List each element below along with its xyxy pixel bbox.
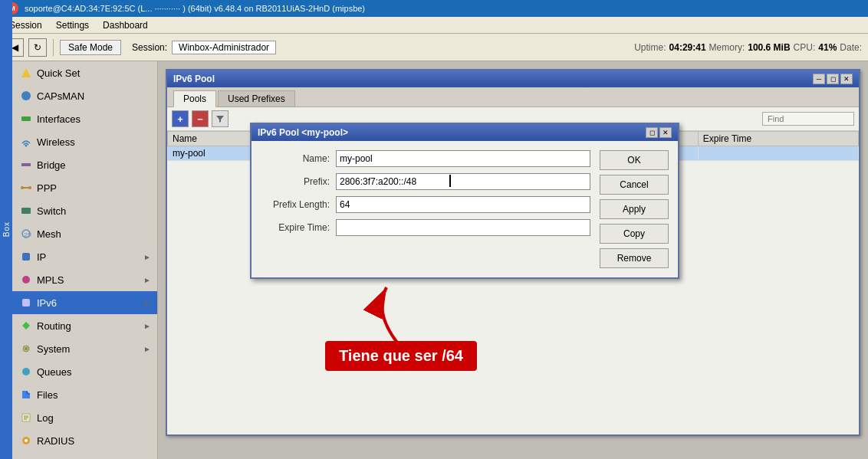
cpu-label: CPU:: [794, 42, 816, 53]
memory-label: Memory:: [709, 42, 745, 53]
sidebar-label-wireless: Wireless: [37, 136, 75, 148]
prefix-field-row: Prefix:: [261, 173, 590, 190]
title-bar-text: soporte@C4:AD:34:7E:92:5C (L... ········…: [25, 4, 365, 13]
name-label: Name:: [261, 153, 330, 164]
prefix-length-input[interactable]: [336, 196, 590, 213]
system-icon: [20, 343, 32, 355]
dialog-body: Name: Prefix: Prefix Length:: [252, 141, 678, 277]
expire-time-field-row: Expire Time:: [261, 219, 590, 236]
bridge-icon: [20, 159, 32, 171]
svg-rect-13: [22, 299, 30, 307]
sidebar-label-interfaces: Interfaces: [37, 113, 81, 125]
winbox-label: Box: [0, 0, 12, 459]
main-layout: Box Quick Set CAPsMAN Interfaces Wirele: [0, 61, 868, 459]
sidebar-item-routing[interactable]: Routing ►: [12, 314, 157, 337]
sidebar: Quick Set CAPsMAN Interfaces Wireless Br…: [12, 61, 158, 459]
cancel-button[interactable]: Cancel: [600, 175, 669, 195]
dialog-buttons: OK Cancel Apply Copy Remove: [600, 150, 669, 268]
menu-dashboard[interactable]: Dashboard: [97, 18, 154, 32]
find-input[interactable]: [762, 112, 854, 126]
toolbar-stats: Uptime: 04:29:41 Memory: 100.6 MiB CPU: …: [634, 42, 862, 53]
uptime-label: Uptime:: [634, 42, 666, 53]
mesh-icon: 255: [20, 228, 32, 240]
memory-value: 100.6 MiB: [748, 42, 790, 53]
expire-time-input[interactable]: [336, 219, 590, 236]
tab-used-prefixes[interactable]: Used Prefixes: [218, 90, 295, 107]
uptime-value: 04:29:41: [669, 42, 706, 53]
tab-pools[interactable]: Pools: [173, 90, 216, 107]
sidebar-label-quick-set: Quick Set: [37, 67, 80, 79]
sidebar-item-ppp[interactable]: PPP: [12, 176, 157, 199]
sidebar-item-wireless[interactable]: Wireless: [12, 130, 157, 153]
sidebar-item-log[interactable]: Log: [12, 406, 157, 429]
winbox-text: Box: [2, 221, 11, 237]
expire-time-label: Expire Time:: [261, 222, 330, 233]
sidebar-item-system[interactable]: System ►: [12, 337, 157, 360]
col-expire-time[interactable]: Expire Time: [698, 132, 858, 146]
close-button[interactable]: ✕: [840, 74, 853, 84]
remove-dialog-button[interactable]: Remove: [600, 248, 669, 268]
sidebar-label-radius: RADIUS: [37, 435, 74, 447]
add-button[interactable]: +: [172, 110, 189, 127]
copy-button[interactable]: Copy: [600, 224, 669, 244]
minimize-button[interactable]: ─: [813, 74, 825, 84]
sidebar-label-files: Files: [37, 389, 58, 401]
svg-point-15: [25, 347, 28, 350]
sidebar-item-switch[interactable]: Switch: [12, 199, 157, 222]
ppp-icon: [20, 182, 32, 194]
files-icon: [20, 389, 32, 401]
ip-icon: [20, 251, 32, 263]
svg-point-22: [25, 439, 28, 442]
ipv6-arrow: ►: [143, 299, 151, 307]
quick-set-icon: [20, 67, 32, 79]
sidebar-item-files[interactable]: Files: [12, 383, 157, 406]
sidebar-item-quick-set[interactable]: Quick Set: [12, 61, 157, 84]
title-bar: M soporte@C4:AD:34:7E:92:5C (L... ······…: [0, 0, 868, 17]
svg-point-12: [22, 276, 30, 284]
cpu-value: 41%: [818, 42, 837, 53]
sidebar-item-queues[interactable]: Queues: [12, 360, 157, 383]
system-arrow: ►: [143, 345, 151, 353]
routing-icon: [20, 320, 32, 332]
capsman-icon: [20, 90, 32, 102]
sidebar-item-bridge[interactable]: Bridge: [12, 153, 157, 176]
svg-point-16: [22, 368, 30, 375]
sidebar-item-mesh[interactable]: 255 Mesh: [12, 222, 157, 245]
svg-point-6: [21, 186, 24, 189]
svg-text:255: 255: [24, 231, 31, 238]
name-input[interactable]: [336, 150, 590, 167]
safe-mode-button[interactable]: Safe Mode: [60, 40, 121, 55]
sidebar-item-radius[interactable]: RADIUS: [12, 429, 157, 452]
maximize-button[interactable]: ◻: [827, 74, 839, 84]
sidebar-label-switch: Switch: [37, 205, 66, 217]
sidebar-item-ip[interactable]: IP ►: [12, 245, 157, 268]
radius-icon: [20, 434, 32, 447]
mpls-arrow: ►: [143, 276, 151, 284]
sidebar-label-capsman: CAPsMAN: [37, 90, 84, 102]
ipv6-pool-title: IPv6 Pool: [173, 74, 811, 84]
dialog-close-button[interactable]: ✕: [659, 127, 672, 138]
sidebar-item-mpls[interactable]: MPLS ►: [12, 268, 157, 291]
svg-point-7: [28, 186, 31, 189]
session-value: Winbox-Administrador: [172, 41, 276, 54]
prefix-input[interactable]: [336, 173, 590, 190]
menu-settings[interactable]: Settings: [50, 18, 95, 32]
sidebar-item-interfaces[interactable]: Interfaces: [12, 107, 157, 130]
svg-rect-11: [22, 253, 30, 261]
sidebar-item-ipv6[interactable]: IPv6 ►: [12, 291, 157, 314]
sidebar-item-capsman[interactable]: CAPsMAN: [12, 84, 157, 107]
remove-button[interactable]: −: [192, 110, 209, 127]
prefix-length-field-row: Prefix Length:: [261, 196, 590, 213]
date-label: Date:: [840, 42, 862, 53]
content-area: IPv6 Pool ─ ◻ ✕ Pools Used Prefixes + −: [158, 61, 868, 459]
ok-button[interactable]: OK: [600, 150, 669, 170]
sidebar-label-system: System: [37, 343, 70, 355]
refresh-button[interactable]: ↻: [28, 38, 47, 57]
log-icon: [20, 411, 32, 424]
apply-button[interactable]: Apply: [600, 199, 669, 219]
svg-point-3: [25, 145, 28, 147]
dialog-resize-button[interactable]: ◻: [646, 127, 658, 138]
filter-button[interactable]: [212, 110, 229, 127]
ipv6-pool-dialog: IPv6 Pool <my-pool> ◻ ✕ Name: Prefix:: [250, 123, 679, 279]
sidebar-label-mpls: MPLS: [37, 274, 64, 286]
